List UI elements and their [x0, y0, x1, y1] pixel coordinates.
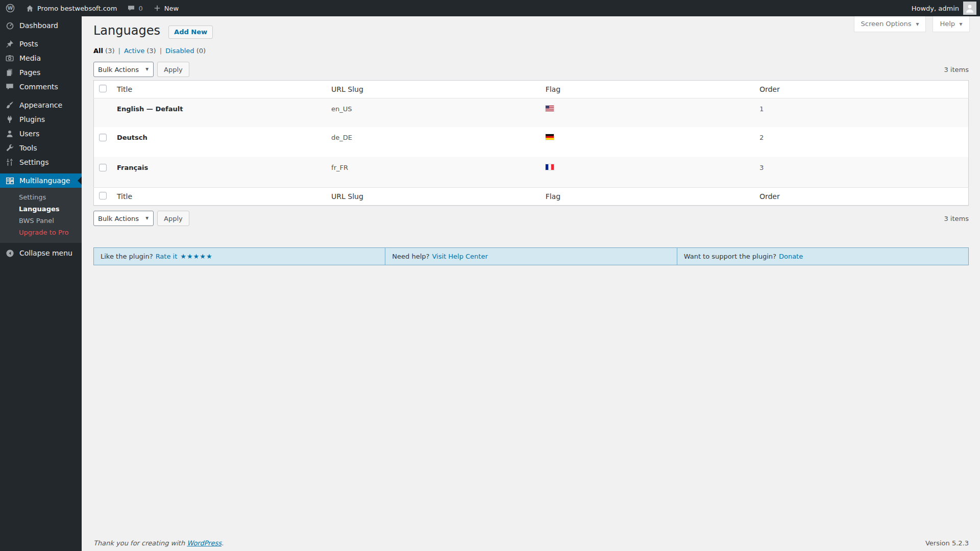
row-checkbox[interactable] — [99, 164, 107, 171]
user-icon — [5, 129, 15, 139]
order-cell: 3 — [754, 157, 969, 188]
bulk-actions-select-bottom[interactable]: Bulk Actions — [93, 211, 154, 226]
apply-button-top[interactable]: Apply — [157, 62, 189, 77]
site-name: Promo bestwebsoft.com — [37, 5, 117, 12]
column-header-url-slug: URL Slug — [326, 81, 541, 98]
sidebar-item-dashboard[interactable]: Dashboard — [0, 18, 82, 33]
items-count-bottom: 3 items — [944, 215, 969, 222]
url-slug-cell: en_US — [326, 98, 541, 128]
filter-links: All (3)|Active (3)|Disabled (0) — [93, 47, 969, 55]
screen-meta-links: Screen Options Help — [854, 16, 970, 32]
filter-label: Active — [124, 47, 144, 55]
row-check-column — [94, 157, 112, 188]
sidebar-subitem-ml-languages[interactable]: Languages — [0, 203, 82, 215]
pages-icon — [5, 67, 15, 78]
sidebar-item-posts[interactable]: Posts — [0, 37, 82, 51]
filter-active[interactable]: Active (3) — [124, 47, 156, 55]
sidebar-item-appearance[interactable]: Appearance — [0, 98, 82, 112]
bulk-actions-select-wrap-bottom: Bulk Actions — [93, 211, 154, 226]
column-header-title[interactable]: Title — [112, 81, 326, 98]
flag-cell — [541, 98, 754, 128]
column-header-title[interactable]: Title — [112, 188, 326, 206]
sidebar-item-label: Comments — [19, 83, 58, 91]
sidebar-item-label: Posts — [19, 40, 38, 48]
table-footer-row: TitleURL SlugFlagOrder — [94, 188, 969, 206]
comment-icon — [5, 82, 15, 92]
sidebar-item-media[interactable]: Media — [0, 51, 82, 65]
avatar — [963, 2, 976, 15]
bulk-actions-select-wrap: Bulk Actions — [93, 62, 154, 77]
menu-separator — [0, 94, 82, 98]
sidebar-subitem-ml-upgrade[interactable]: Upgrade to Pro — [0, 227, 82, 238]
screen-options-label: Screen Options — [861, 20, 912, 28]
sidebar-item-multilanguage[interactable]: AMultilanguage — [0, 173, 82, 188]
info-text: Need help? — [392, 253, 429, 260]
language-title: Français — [117, 164, 148, 171]
table-body: English — Defaulten_US1Deutschde_DE2Fran… — [94, 98, 969, 188]
select-all-checkbox-top[interactable] — [99, 85, 107, 92]
wordpress-link[interactable]: WordPress — [187, 539, 222, 547]
order-cell: 1 — [754, 98, 969, 128]
select-all-column-bottom — [94, 188, 112, 206]
help-tab[interactable]: Help — [933, 16, 970, 32]
sidebar-submenu: SettingsLanguagesBWS PanelUpgrade to Pro — [0, 188, 82, 243]
url-slug-cell: de_DE — [326, 127, 541, 157]
row-checkbox[interactable] — [99, 134, 107, 141]
wordpress-logo-menu[interactable]: W — [0, 0, 20, 16]
column-header-url-slug: URL Slug — [326, 188, 541, 206]
table-foot: TitleURL SlugFlagOrder — [94, 188, 969, 206]
new-label: New — [164, 5, 179, 12]
info-link-help[interactable]: Visit Help Center — [432, 253, 487, 260]
filter-label: Disabled — [165, 47, 194, 55]
collapse-menu-button[interactable]: Collapse menu — [0, 246, 82, 260]
filter-label: All — [93, 47, 103, 55]
howdy-text: Howdy, admin — [912, 5, 959, 12]
info-link-donate[interactable]: Donate — [779, 253, 803, 260]
site-name-menu[interactable]: Promo bestwebsoft.com — [20, 0, 122, 16]
column-header-order[interactable]: Order — [754, 188, 969, 206]
sidebar-subitem-ml-settings[interactable]: Settings — [0, 191, 82, 203]
url-slug-cell: fr_FR — [326, 157, 541, 188]
info-cell-help: Need help?Visit Help Center — [385, 248, 677, 265]
screen-options-tab[interactable]: Screen Options — [854, 16, 926, 32]
my-account-menu[interactable]: Howdy, admin — [906, 2, 980, 15]
tablenav-bottom: Bulk Actions Apply 3 items — [93, 211, 969, 226]
sidebar-item-label: Plugins — [19, 115, 45, 123]
filter-count: (3) — [103, 47, 115, 55]
filter-disabled[interactable]: Disabled (0) — [165, 47, 206, 55]
flag-cell — [541, 157, 754, 188]
select-all-checkbox-bottom[interactable] — [99, 192, 107, 199]
svg-text:A: A — [10, 179, 13, 183]
new-content-menu[interactable]: New — [148, 0, 184, 16]
info-link-rate[interactable]: Rate it — [156, 253, 178, 260]
collapse-arrow-icon — [5, 248, 15, 258]
sidebar-item-label: Multilanguage — [19, 177, 70, 185]
rating-stars[interactable]: ★★★★★ — [180, 253, 212, 260]
wordpress-logo-icon: W — [5, 3, 15, 13]
apply-button-bottom[interactable]: Apply — [157, 211, 189, 226]
admin-footer: Thank you for creating with WordPress. V… — [93, 539, 969, 547]
comments-menu[interactable]: 0 — [122, 0, 148, 16]
filter-count: (3) — [144, 47, 156, 55]
column-header-flag: Flag — [541, 81, 754, 98]
sidebar-item-tools[interactable]: Tools — [0, 141, 82, 155]
comment-bubble-icon — [127, 4, 135, 12]
language-title: English — Default — [117, 105, 183, 113]
column-header-flag: Flag — [541, 188, 754, 206]
us-flag — [546, 106, 554, 111]
help-label: Help — [940, 20, 955, 28]
bulk-actions-select[interactable]: Bulk Actions — [93, 62, 154, 77]
sidebar-item-users[interactable]: Users — [0, 127, 82, 141]
sidebar-item-pages[interactable]: Pages — [0, 65, 82, 80]
column-header-order[interactable]: Order — [754, 81, 969, 98]
sidebar-item-comments[interactable]: Comments — [0, 80, 82, 94]
sidebar-item-label: Settings — [19, 158, 48, 166]
page-title: Languages — [93, 21, 160, 41]
filter-all[interactable]: All (3) — [93, 47, 115, 55]
sidebar-item-settings[interactable]: Settings — [0, 155, 82, 169]
add-new-button[interactable]: Add New — [168, 26, 213, 39]
sidebar-subitem-ml-bws-panel[interactable]: BWS Panel — [0, 215, 82, 227]
dashboard-icon — [5, 20, 15, 31]
select-all-column-top — [94, 81, 112, 98]
sidebar-item-plugins[interactable]: Plugins — [0, 112, 82, 127]
